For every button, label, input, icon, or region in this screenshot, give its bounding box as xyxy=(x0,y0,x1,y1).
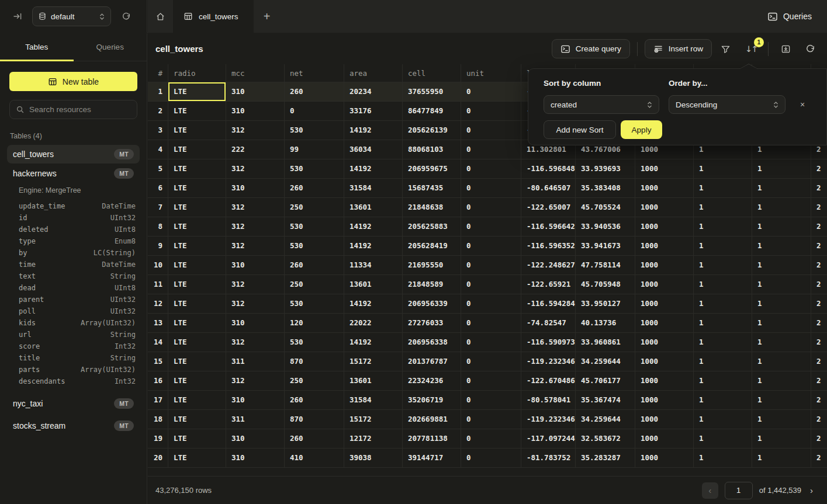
table-cell[interactable]: 2 xyxy=(811,198,827,217)
table-cell[interactable]: LTE xyxy=(168,352,226,371)
table-cell[interactable]: 0 xyxy=(284,102,344,121)
table-cell[interactable]: -122.248627 xyxy=(521,256,575,275)
refresh-button[interactable] xyxy=(800,39,820,59)
search-input[interactable] xyxy=(29,105,133,114)
table-cell[interactable]: -119.232346 xyxy=(521,352,575,371)
table-cell[interactable]: 2 xyxy=(811,410,827,429)
table-cell[interactable]: 0 xyxy=(461,217,521,237)
table-cell[interactable]: 14192 xyxy=(344,217,402,237)
table-cell[interactable]: 1000 xyxy=(635,217,693,237)
table-cell[interactable]: 1 xyxy=(693,237,752,256)
table-cell[interactable]: 0 xyxy=(461,179,521,198)
table-cell[interactable]: 312 xyxy=(226,121,284,140)
sort-button[interactable]: ↓↑ 1 xyxy=(741,39,761,59)
table-cell[interactable]: 2 xyxy=(811,294,827,314)
table-cell[interactable]: LTE xyxy=(168,275,226,294)
table-cell[interactable]: 1 xyxy=(693,198,752,217)
table-cell[interactable]: LTE xyxy=(168,294,226,314)
table-cell[interactable]: 1000 xyxy=(635,159,693,179)
table-cell[interactable]: 1 xyxy=(752,391,811,410)
table-cell[interactable]: 1 xyxy=(693,217,752,237)
table-cell[interactable]: 530 xyxy=(284,159,344,179)
table-row[interactable]: 6LTE31026031584156874350-80.64650735.383… xyxy=(148,179,827,198)
table-cell[interactable]: 13601 xyxy=(344,371,402,391)
table-cell[interactable]: 33.939693 xyxy=(575,159,635,179)
table-cell[interactable]: -116.596848 xyxy=(521,159,575,179)
table-cell[interactable]: 0 xyxy=(461,198,521,217)
table-cell[interactable]: 33.950127 xyxy=(575,294,635,314)
table-cell[interactable]: 1000 xyxy=(635,314,693,333)
table-cell[interactable]: 1 xyxy=(693,333,752,352)
table-cell[interactable]: 1 xyxy=(752,217,811,237)
table-cell[interactable]: 0 xyxy=(461,82,521,102)
table-cell[interactable]: 310 xyxy=(226,82,284,102)
table-cell[interactable]: 47.758114 xyxy=(575,256,635,275)
table-cell[interactable]: 1 xyxy=(693,352,752,371)
table-cell[interactable]: 2 xyxy=(811,237,827,256)
table-cell[interactable]: -116.590973 xyxy=(521,333,575,352)
table-cell[interactable]: 1 xyxy=(752,256,811,275)
table-cell[interactable]: 40.13736 xyxy=(575,314,635,333)
table-cell[interactable]: 0 xyxy=(461,256,521,275)
table-row[interactable]: 7LTE31225013601218486380-122.6500745.705… xyxy=(148,198,827,217)
queries-button[interactable]: Queries xyxy=(767,12,812,22)
create-query-button[interactable]: Create query xyxy=(552,39,630,58)
table-cell[interactable]: 207781138 xyxy=(402,429,461,449)
table-cell[interactable]: 0 xyxy=(461,294,521,314)
database-selector[interactable]: default xyxy=(32,6,111,26)
table-cell[interactable]: -80.646507 xyxy=(521,179,575,198)
table-cell[interactable]: LTE xyxy=(168,391,226,410)
table-cell[interactable]: 311 xyxy=(226,410,284,429)
table-cell[interactable]: 1 xyxy=(752,410,811,429)
table-cell[interactable]: 1 xyxy=(752,352,811,371)
table-cell[interactable]: 312 xyxy=(226,333,284,352)
table-cell[interactable]: -122.670486 xyxy=(521,371,575,391)
table-cell[interactable]: 11334 xyxy=(344,256,402,275)
remove-sort-button[interactable]: × xyxy=(796,98,809,111)
table-cell[interactable]: LTE xyxy=(168,371,226,391)
table-cell[interactable]: 1 xyxy=(752,333,811,352)
table-cell[interactable]: 12172 xyxy=(344,429,402,449)
table-cell[interactable]: 1000 xyxy=(635,371,693,391)
table-cell[interactable]: 33.941673 xyxy=(575,237,635,256)
table-cell[interactable]: 1000 xyxy=(635,410,693,429)
table-cell[interactable]: 250 xyxy=(284,275,344,294)
table-cell[interactable]: 34.259644 xyxy=(575,410,635,429)
table-cell[interactable]: 1000 xyxy=(635,352,693,371)
table-cell[interactable]: 31584 xyxy=(344,179,402,198)
table-cell[interactable]: 45.705948 xyxy=(575,275,635,294)
table-cell[interactable]: 36034 xyxy=(344,140,402,159)
table-cell[interactable]: LTE xyxy=(168,256,226,275)
table-cell[interactable]: 0 xyxy=(461,121,521,140)
table-cell[interactable]: -116.596352 xyxy=(521,237,575,256)
table-cell[interactable]: 1000 xyxy=(635,333,693,352)
table-row[interactable]: 5LTE312530141922069596750-116.59684833.9… xyxy=(148,159,827,179)
table-cell[interactable]: 0 xyxy=(461,371,521,391)
table-cell[interactable]: 1 xyxy=(752,314,811,333)
sidebar-item-stocks_stream[interactable]: stocks_streamMT xyxy=(7,416,140,435)
table-cell[interactable]: 1 xyxy=(693,429,752,449)
column-header-area[interactable]: area xyxy=(344,64,402,82)
table-cell[interactable]: 312 xyxy=(226,275,284,294)
table-cell[interactable]: 0 xyxy=(461,140,521,159)
filter-button[interactable] xyxy=(715,39,735,59)
table-cell[interactable]: LTE xyxy=(168,121,226,140)
table-cell[interactable]: 1 xyxy=(752,237,811,256)
table-cell[interactable]: 1000 xyxy=(635,256,693,275)
table-row[interactable]: 16LTE31225013601223242360-122.67048645.7… xyxy=(148,371,827,391)
table-row[interactable]: 10LTE31026011334216955500-122.24862747.7… xyxy=(148,256,827,275)
table-cell[interactable]: 310 xyxy=(226,391,284,410)
table-cell[interactable]: LTE xyxy=(168,102,226,121)
table-cell[interactable]: LTE xyxy=(168,198,226,217)
table-cell[interactable]: 33.940536 xyxy=(575,217,635,237)
table-cell[interactable]: 35.367474 xyxy=(575,391,635,410)
add-new-sort-button[interactable]: Add new Sort xyxy=(544,120,616,139)
table-cell[interactable]: -74.82547 xyxy=(521,314,575,333)
table-cell[interactable]: 1000 xyxy=(635,237,693,256)
table-cell[interactable]: 311 xyxy=(226,352,284,371)
table-cell[interactable]: 0 xyxy=(461,275,521,294)
table-cell[interactable]: 0 xyxy=(461,314,521,333)
table-cell[interactable]: 312 xyxy=(226,294,284,314)
table-cell[interactable]: LTE xyxy=(168,429,226,449)
table-cell[interactable]: 15687435 xyxy=(402,179,461,198)
